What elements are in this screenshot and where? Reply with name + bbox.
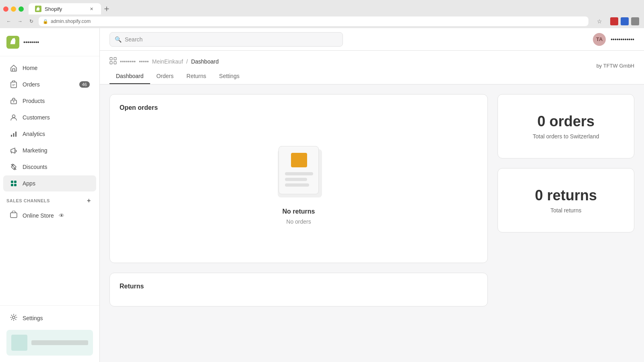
sidebar-analytics-label: Analytics	[23, 131, 90, 137]
sidebar-home-label: Home	[23, 65, 90, 71]
tab-close-button[interactable]: ✕	[88, 6, 95, 12]
topbar-store-name-top: ••••••••••••	[611, 36, 634, 43]
doc-main	[279, 146, 319, 194]
topbar-fixed: 🔍 Search TA ••••••••••••	[100, 28, 644, 51]
traffic-light-yellow[interactable]	[11, 6, 16, 12]
search-icon-top: 🔍	[115, 36, 122, 43]
empty-state-subtitle: No orders	[286, 218, 311, 225]
sidebar: •••••••• Home Orders 46	[0, 28, 100, 362]
sidebar-header: ••••••••	[0, 28, 99, 56]
svg-rect-8	[11, 181, 13, 183]
svg-rect-16	[110, 62, 112, 64]
breadcrumb-current: Dashboard	[191, 58, 219, 65]
empty-state-title: No returns	[283, 208, 315, 215]
sidebar-apps-label: Apps	[23, 180, 90, 187]
returns-stat-number: 0 returns	[535, 187, 597, 204]
empty-illustration	[275, 146, 323, 198]
sidebar-nav: Home Orders 46 Products	[0, 56, 99, 305]
address-bar[interactable]: 🔒 admin.shopify.com	[39, 16, 588, 26]
browser-tab-title: Shopify	[45, 6, 62, 12]
sidebar-footer: Settings	[0, 305, 99, 362]
grid-icon	[109, 57, 117, 66]
sidebar-item-apps[interactable]: Apps	[3, 175, 96, 191]
tab-returns[interactable]: Returns	[180, 69, 213, 84]
svg-rect-5	[11, 135, 12, 137]
sidebar-item-customers[interactable]: Customers	[3, 109, 96, 125]
sidebar-online-store-label: Online Store	[23, 212, 54, 219]
doc-line-2	[285, 178, 307, 181]
app-container: 🔍 Search TA •••••••••••• ••••••••	[0, 28, 644, 362]
ext-icon-red[interactable]	[610, 17, 618, 25]
eye-icon[interactable]: 👁	[59, 212, 64, 219]
sidebar-item-analytics[interactable]: Analytics	[3, 126, 96, 142]
breadcrumb-separator-2: /	[186, 58, 188, 65]
doc-package-icon	[291, 153, 307, 167]
ext-icon-gray[interactable]	[631, 17, 639, 25]
sidebar-products-label: Products	[23, 98, 90, 104]
sidebar-discounts-label: Discounts	[23, 164, 90, 170]
forward-button[interactable]: →	[16, 17, 24, 25]
sidebar-marketing-label: Marketing	[23, 147, 90, 154]
topbar-right-fixed: TA ••••••••••••	[593, 33, 634, 46]
sidebar-customers-label: Customers	[23, 114, 90, 121]
address-text: admin.shopify.com	[51, 19, 91, 24]
refresh-button[interactable]: ↻	[27, 17, 35, 25]
svg-rect-12	[10, 213, 17, 218]
back-button[interactable]: ←	[5, 17, 13, 25]
sidebar-item-settings[interactable]: Settings	[3, 309, 96, 327]
breadcrumb-store: ••••••••	[120, 58, 136, 65]
shopify-logo-icon	[6, 36, 19, 49]
doc-line-1	[285, 172, 313, 175]
orders-icon	[10, 80, 18, 88]
sidebar-item-discounts[interactable]: Discounts	[3, 159, 96, 175]
store-preview-thumbnail[interactable]	[6, 330, 93, 356]
sidebar-item-marketing[interactable]: Marketing	[3, 142, 96, 158]
svg-point-13	[12, 316, 15, 319]
svg-point-3	[13, 101, 14, 103]
tab-orders[interactable]: Orders	[150, 69, 180, 84]
sidebar-item-home[interactable]: Home	[3, 60, 96, 76]
side-panel: 0 orders Total orders to Switzerland 0 r…	[497, 94, 634, 306]
svg-rect-14	[110, 58, 112, 60]
new-tab-button[interactable]	[103, 5, 111, 13]
customers-icon	[10, 113, 18, 121]
orders-badge: 46	[79, 81, 90, 88]
breadcrumb-separator-1: •••••	[139, 58, 149, 65]
ext-icon-blue[interactable]	[621, 17, 629, 25]
content-tabs: Dashboard Orders Returns Settings	[109, 66, 246, 84]
sidebar-item-products[interactable]: Products	[3, 93, 96, 109]
products-icon	[10, 97, 18, 105]
bookmark-button[interactable]: ☆	[595, 17, 604, 26]
apps-icon	[10, 179, 18, 187]
add-sales-channel-button[interactable]: +	[85, 197, 93, 205]
sales-channels-label: SALES CHANNELS	[6, 198, 50, 203]
sidebar-item-online-store[interactable]: Online Store 👁	[3, 207, 96, 224]
breadcrumb-app: MeinEinkauf	[152, 58, 183, 65]
user-avatar-top[interactable]: TA	[593, 33, 606, 46]
sidebar-orders-label: Orders	[23, 81, 74, 88]
svg-rect-17	[114, 62, 116, 64]
returns-stat-label: Total returns	[550, 207, 581, 214]
open-orders-title: Open orders	[120, 104, 478, 111]
tab-dashboard[interactable]: Dashboard	[109, 69, 150, 84]
svg-rect-6	[13, 133, 14, 137]
settings-icon	[10, 313, 18, 323]
home-icon	[10, 64, 18, 72]
browser-toolbar: ← → ↻ 🔒 admin.shopify.com ☆	[0, 14, 644, 28]
traffic-light-red[interactable]	[3, 6, 8, 12]
tab-settings[interactable]: Settings	[213, 69, 246, 84]
orders-stat-label: Total orders to Switzerland	[533, 133, 599, 140]
orders-stat-card: 0 orders Total orders to Switzerland	[497, 94, 634, 158]
search-input-bar[interactable]: 🔍 Search	[109, 32, 343, 47]
orders-stat-number: 0 orders	[537, 113, 594, 130]
analytics-icon	[10, 130, 18, 138]
shopify-favicon	[35, 6, 41, 12]
svg-rect-11	[14, 184, 17, 186]
svg-rect-1	[11, 82, 17, 88]
content-header: •••••••• ••••• MeinEinkauf / Dashboard D…	[100, 51, 644, 84]
sidebar-item-orders[interactable]: Orders 46	[3, 76, 96, 93]
returns-stat-card: 0 returns Total returns	[497, 168, 634, 232]
traffic-light-green[interactable]	[19, 6, 24, 12]
browser-tab-shopify[interactable]: Shopify ✕	[29, 3, 101, 14]
open-orders-empty-state: No returns No orders	[120, 118, 478, 253]
